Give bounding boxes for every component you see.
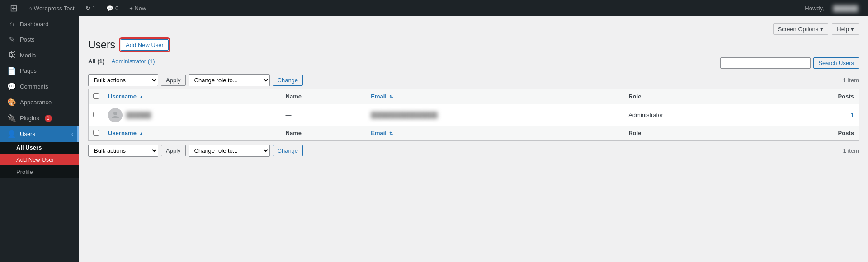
users-icon: 👤 xyxy=(7,130,16,138)
select-all-col xyxy=(89,89,104,104)
filter-administrator-label: Administrator xyxy=(112,58,146,65)
change-role-bottom-select[interactable]: Change role to... xyxy=(189,145,270,157)
comments-icon: 💬 xyxy=(7,82,16,91)
sidebar-label-appearance: Appearance xyxy=(20,99,52,106)
col-username[interactable]: Username ▲ xyxy=(104,89,281,104)
row-role: Administrator xyxy=(628,112,663,118)
admin-bar: ⊞ ⌂ Wordpress Test ↻ 1 💬 0 + New Howdy, … xyxy=(0,0,868,16)
change-role-top-select[interactable]: Change role to... xyxy=(189,74,270,86)
search-users-input[interactable] xyxy=(720,57,811,69)
sidebar-subitem-add-new-user[interactable]: Add New User xyxy=(0,154,79,165)
wp-logo-icon: ⊞ xyxy=(10,3,18,14)
change-bottom-button[interactable]: Change xyxy=(273,145,303,156)
sidebar-item-pages[interactable]: 📄 Pages xyxy=(0,63,79,79)
help-arrow-icon: ▾ xyxy=(851,26,854,33)
sidebar-submenu-users: All Users Add New User Profile xyxy=(0,142,79,178)
filter-all-count: (1) xyxy=(97,58,104,65)
apply-top-button[interactable]: Apply xyxy=(161,75,186,86)
col-posts: Posts xyxy=(773,89,859,104)
search-users-button[interactable]: Search Users xyxy=(813,57,859,69)
filter-row: All (1) | Administrator (1) xyxy=(88,58,155,65)
apply-bottom-button[interactable]: Apply xyxy=(161,145,186,156)
screen-options-button[interactable]: Screen Options ▾ xyxy=(773,23,829,35)
select-all-checkbox[interactable] xyxy=(93,93,99,99)
search-row: Search Users xyxy=(720,57,859,69)
sidebar-item-dashboard[interactable]: ⌂ Dashboard xyxy=(0,16,79,32)
sidebar-subitem-all-users[interactable]: All Users xyxy=(0,142,79,153)
sidebar-label-users: Users xyxy=(20,131,35,137)
bulk-actions-bottom-select[interactable]: Bulk actions xyxy=(88,145,158,157)
sidebar-label-posts: Posts xyxy=(20,36,35,43)
screen-options-label: Screen Options xyxy=(778,26,819,33)
add-new-user-button[interactable]: Add New User xyxy=(121,39,169,51)
dashboard-icon: ⌂ xyxy=(7,20,16,28)
col-email[interactable]: Email ⇅ xyxy=(366,89,624,104)
footer-username-sort-icon: ▲ xyxy=(139,131,144,136)
updates-icon: ↻ xyxy=(85,5,90,12)
sidebar-item-media[interactable]: 🖼 Media xyxy=(0,47,79,63)
col-role: Role xyxy=(624,89,773,104)
footer-col-name: Name xyxy=(281,126,367,141)
footer-col-username[interactable]: Username ▲ xyxy=(104,126,281,141)
main-content: Screen Options ▾ Help ▾ Users Add New Us… xyxy=(79,16,868,262)
bottom-toolbar: Bulk actions Apply Change role to... Cha… xyxy=(88,141,859,159)
row-checkbox-cell xyxy=(89,104,104,126)
admin-bar-left: ⊞ ⌂ Wordpress Test ↻ 1 💬 0 + New xyxy=(5,0,800,16)
footer-col-role: Role xyxy=(624,126,773,141)
sidebar-item-plugins[interactable]: 🔌 Plugins 1 xyxy=(0,110,79,126)
comment-count: 0 xyxy=(115,5,118,12)
username-link[interactable]: ██████ xyxy=(126,112,151,118)
screen-options-bar: Screen Options ▾ Help ▾ xyxy=(88,23,859,35)
howdy-text: Howdy, xyxy=(800,5,828,12)
add-new-user-sidebar-label: Add New User xyxy=(16,156,54,163)
username-cell-content: ██████ xyxy=(108,108,277,122)
row-email-cell: ████████████████ xyxy=(366,104,624,126)
filter-administrator-link[interactable]: Administrator (1) xyxy=(112,58,155,65)
footer-col-email[interactable]: Email ⇅ xyxy=(366,126,624,141)
wp-logo-item[interactable]: ⊞ xyxy=(5,0,22,16)
help-button[interactable]: Help ▾ xyxy=(832,23,859,35)
sidebar-label-comments: Comments xyxy=(20,83,48,90)
sidebar-subitem-profile[interactable]: Profile xyxy=(0,166,79,178)
sidebar-label-pages: Pages xyxy=(20,67,37,74)
user-avatar xyxy=(108,108,123,122)
sidebar-item-users[interactable]: 👤 Users ‹ xyxy=(0,126,79,142)
row-posts-cell: 1 xyxy=(773,104,859,126)
table-footer-row: Username ▲ Name Email ⇅ Role xyxy=(89,126,859,141)
screen-options-arrow-icon: ▾ xyxy=(820,26,823,33)
footer-select-all-checkbox[interactable] xyxy=(93,130,99,136)
col-role-label: Role xyxy=(628,93,641,100)
layout: ⌂ Dashboard ✎ Posts 🖼 Media 📄 Pages 💬 Co… xyxy=(0,16,868,262)
filter-all-link[interactable]: All (1) xyxy=(88,58,104,65)
comment-icon: 💬 xyxy=(106,5,113,12)
plugins-icon: 🔌 xyxy=(7,114,16,122)
row-posts-link[interactable]: 1 xyxy=(851,112,854,118)
row-username-cell: ██████ xyxy=(104,104,281,126)
bulk-actions-top-select[interactable]: Bulk actions xyxy=(88,74,158,86)
row-role-cell: Administrator xyxy=(624,104,773,126)
updates-item[interactable]: ↻ 1 xyxy=(81,0,100,16)
table-header-row: Username ▲ Name Email ⇅ Role xyxy=(89,89,859,104)
table-wrapper: Username ▲ Name Email ⇅ Role xyxy=(88,89,859,141)
sidebar-arrow-icon: ‹ xyxy=(71,130,74,138)
sidebar-item-appearance[interactable]: 🎨 Appearance xyxy=(0,94,79,110)
comments-item[interactable]: 💬 0 xyxy=(102,0,123,16)
col-posts-label: Posts xyxy=(838,93,854,100)
posts-icon: ✎ xyxy=(7,35,16,44)
sidebar-item-posts[interactable]: ✎ Posts xyxy=(0,32,79,47)
row-email: ████████████████ xyxy=(371,112,437,118)
col-name-label: Name xyxy=(286,93,302,100)
site-name-item[interactable]: ⌂ Wordpress Test xyxy=(24,0,79,16)
all-users-label: All Users xyxy=(16,144,42,151)
footer-col-posts-label: Posts xyxy=(838,130,854,136)
profile-label: Profile xyxy=(16,168,33,175)
change-top-button[interactable]: Change xyxy=(273,75,303,86)
table-row: ██████ — ████████████████ Administrator xyxy=(89,104,859,126)
pages-icon: 📄 xyxy=(7,66,16,75)
item-count-top: 1 item xyxy=(843,77,859,84)
new-content-item[interactable]: + New xyxy=(125,0,151,16)
row-checkbox[interactable] xyxy=(93,112,99,117)
footer-email-sort-icon: ⇅ xyxy=(389,131,393,136)
new-label: + New xyxy=(129,5,146,12)
sidebar-item-comments[interactable]: 💬 Comments xyxy=(0,79,79,94)
